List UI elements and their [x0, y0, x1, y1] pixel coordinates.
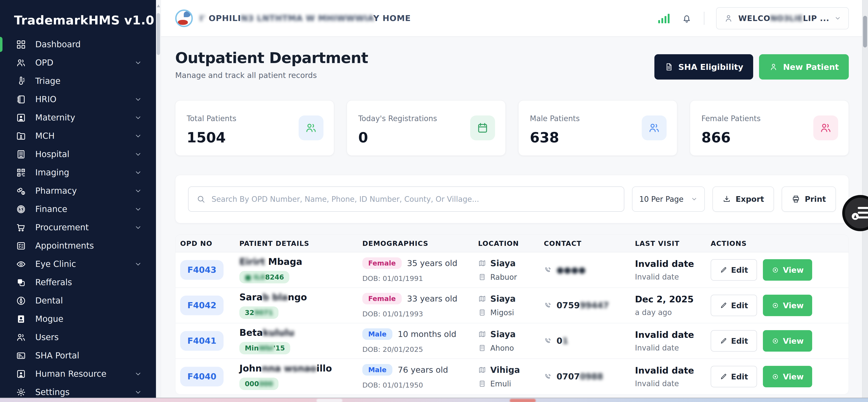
patient-name: Johnnna wsnaoillo — [239, 363, 362, 374]
eye-icon — [772, 337, 779, 345]
sidebar-item-refferals[interactable]: Refferals — [0, 273, 156, 291]
print-button[interactable]: Print — [782, 186, 836, 212]
bell-icon[interactable] — [681, 13, 692, 24]
page-scrollbar-thumb[interactable] — [863, 16, 867, 48]
sha-eligibility-button[interactable]: SHA Eligibility — [654, 54, 753, 80]
user-menu-button[interactable]: WELCONO3LIELIP ... — [716, 7, 849, 29]
cart-icon — [16, 222, 26, 233]
sidebar-item-label: Procurement — [35, 223, 89, 232]
sidebar-item-label: Human Resource — [35, 369, 106, 379]
stat-card-today-s-registrations: Today's Registrations0 — [347, 100, 506, 156]
taskbar-item — [510, 399, 536, 402]
column-header: DEMOGRAPHICS — [362, 240, 478, 247]
demographics-cell: Female35 years oldDOB: 01/01/1991 — [362, 257, 478, 282]
phone-icon — [544, 302, 552, 310]
per-page-select[interactable]: 10 Per Page — [632, 186, 705, 212]
column-header: ACTIONS — [711, 240, 848, 247]
taskbar-edge — [0, 398, 868, 402]
last-visit-cell: Invalid dateInvalid date — [635, 365, 711, 388]
patient-age: 35 years old — [407, 258, 458, 268]
sidebar-item-maternity[interactable]: Maternity — [0, 109, 156, 127]
stat-icon-chip — [642, 116, 666, 140]
view-button[interactable]: View — [763, 366, 812, 387]
edit-button[interactable]: Edit — [711, 366, 757, 387]
export-button[interactable]: Export — [712, 186, 774, 212]
sidebar-item-hrio[interactable]: HRIO — [0, 90, 156, 109]
phone-number: 075999447 — [557, 301, 609, 310]
sidebar-item-hospital[interactable]: Hospital — [0, 145, 156, 163]
page-subtitle: Manage and track all patient records — [175, 71, 368, 80]
sidebar-scrollbar[interactable] — [156, 0, 161, 402]
sidebar-item-triage[interactable]: Triage — [0, 72, 156, 90]
view-button[interactable]: View — [763, 330, 812, 351]
last-visit-cell: Dec 2, 2025a day ago — [635, 294, 711, 317]
sidebar-item-dental[interactable]: Dental — [0, 291, 156, 310]
sidebar-item-eye-clinic[interactable]: Eye Clinic — [0, 255, 156, 273]
patient-name: Eirirt Mbaga — [239, 256, 362, 267]
last-visit-cell: Invalid dateInvalid date — [635, 259, 711, 281]
welcome-label: WELCONO3LIELIP ... — [738, 14, 829, 23]
view-button[interactable]: View — [763, 295, 812, 316]
patient-dob: DOB: 01/01/1950 — [362, 381, 478, 389]
table-row: F4041BetakululuMin Wbl'15Male10 months o… — [176, 323, 848, 359]
opd-number-badge: F4040 — [180, 367, 223, 386]
search-box — [188, 186, 624, 212]
sidebar-item-appointments[interactable]: Appointments — [0, 237, 156, 255]
folder-user-icon — [16, 131, 26, 141]
app-title: TrademarkHMS v1.0 — [0, 0, 156, 27]
stat-icon-chip — [299, 116, 323, 140]
signal-bars-icon — [658, 13, 670, 23]
chevron-down-icon — [134, 96, 142, 103]
view-button[interactable]: View — [763, 259, 812, 281]
chevron-down-icon — [134, 224, 142, 231]
table-row: F4042Sarab blango329071Female33 years ol… — [176, 288, 848, 323]
demographics-cell: Male76 years oldDOB: 01/01/1950 — [362, 364, 478, 389]
sidebar-scrollbar-thumb[interactable] — [157, 13, 160, 55]
table-row: F4040Johnnna wsnaoillo000000Male76 years… — [176, 359, 848, 394]
squares-icon — [16, 277, 26, 288]
chevron-down-icon — [134, 206, 142, 213]
chevron-down-icon — [134, 260, 142, 268]
building-icon — [478, 344, 486, 352]
people-icon — [305, 122, 317, 134]
sidebar-item-imaging[interactable]: Imaging — [0, 163, 156, 182]
sidebar-item-procurement[interactable]: Procurement — [0, 218, 156, 237]
eye-icon — [772, 302, 779, 309]
sidebar-item-label: HRIO — [35, 94, 57, 104]
sidebar-item-finance[interactable]: Finance — [0, 200, 156, 218]
chevron-down-icon — [134, 114, 142, 122]
sidebar-item-mogue[interactable]: Mogue — [0, 310, 156, 328]
actions-cell: EditView — [711, 295, 848, 316]
stats-row: Total Patients1504Today's Registrations0… — [175, 100, 849, 156]
sidebar-item-sha-portal[interactable]: SHA Portal — [0, 346, 156, 365]
search-icon — [196, 194, 206, 204]
chevron-down-icon — [134, 370, 142, 378]
contact-cell: 01 — [544, 336, 635, 346]
person-icon — [769, 62, 778, 71]
stat-card-total-patients: Total Patients1504 — [175, 100, 334, 156]
sidebar-item-opd[interactable]: OPD — [0, 54, 156, 72]
sidebar-item-human-resource[interactable]: Human Resource — [0, 365, 156, 383]
sidebar-item-dashboard[interactable]: Dashboard — [0, 35, 156, 54]
search-input[interactable] — [212, 195, 616, 204]
printer-icon — [792, 195, 800, 204]
opd-number-badge: F4042 — [180, 296, 223, 315]
sidebar-item-users[interactable]: Users — [0, 328, 156, 346]
patient-age: 76 years old — [398, 365, 448, 374]
gender-badge: Male — [362, 364, 393, 376]
edit-button[interactable]: Edit — [711, 295, 757, 316]
sidebar-item-label: Mogue — [35, 314, 63, 324]
last-visit-relative: Invalid date — [635, 379, 711, 388]
sidebar-item-label: Users — [35, 332, 59, 342]
edit-button[interactable]: Edit — [711, 330, 757, 351]
sidebar-item-pharmacy[interactable]: Pharmacy — [0, 182, 156, 200]
edit-button[interactable]: Edit — [711, 259, 757, 281]
coin-icon — [16, 204, 26, 214]
new-patient-button[interactable]: New Patient — [759, 54, 849, 80]
sidebar-item-label: Finance — [35, 204, 67, 214]
sidebar-item-mch[interactable]: MCH — [0, 127, 156, 145]
column-header: LOCATION — [478, 240, 544, 247]
sidebar-item-label: Maternity — [35, 113, 75, 122]
scroll-up-arrow-icon[interactable] — [157, 4, 160, 7]
notebook-icon — [16, 94, 26, 104]
